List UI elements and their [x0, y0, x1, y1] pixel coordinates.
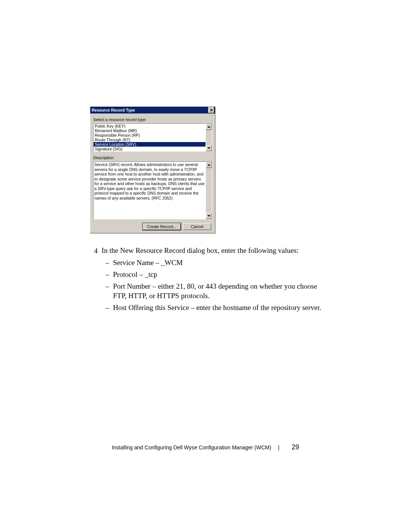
page-footer: Installing and Configuring Dell Wyse Con…	[0, 443, 411, 451]
list-item[interactable]: Service Location (SRV)	[94, 142, 206, 147]
select-type-label: Select a resource record type:	[93, 117, 212, 122]
scroll-up-button[interactable]	[206, 124, 212, 130]
chevron-down-icon	[207, 147, 210, 149]
close-icon[interactable]: ✕	[208, 107, 214, 113]
chevron-down-icon	[207, 215, 210, 217]
description-scrollbar[interactable]	[206, 161, 212, 219]
record-type-list[interactable]: Public Key (KEY)Renamed Mailbox (MR)Resp…	[93, 123, 206, 152]
list-item: –Service Name – _WCM	[102, 258, 322, 267]
create-record-button[interactable]: Create Record...	[143, 223, 181, 230]
list-item: –Host Offering this Service – enter the …	[102, 303, 322, 312]
scroll-down-button[interactable]	[206, 213, 212, 219]
page-number: 29	[292, 443, 299, 451]
document-body: 4 In the New Resource Record dialog box,…	[90, 246, 322, 312]
bullet-dash: –	[102, 303, 113, 312]
chevron-up-icon	[207, 126, 210, 128]
dialog-title: Resource Record Type	[92, 108, 135, 112]
bullet-text: Protocol – _tcp	[113, 270, 322, 279]
chevron-up-icon	[207, 164, 210, 166]
bullet-dash: –	[102, 281, 113, 300]
bullet-dash: –	[102, 270, 113, 279]
list-scrollbar[interactable]	[206, 123, 212, 152]
step-number: 4	[90, 246, 102, 256]
list-item[interactable]: Public Key (KEY)	[94, 124, 206, 128]
list-item[interactable]: Responsible Person (RP)	[94, 133, 206, 137]
cancel-button[interactable]: Cancel	[183, 223, 211, 230]
bullet-text: Service Name – _WCM	[113, 258, 322, 267]
list-item[interactable]: Renamed Mailbox (MR)	[94, 128, 206, 133]
scroll-down-button[interactable]	[206, 145, 212, 151]
dialog-titlebar: Resource Record Type ✕	[90, 107, 215, 113]
bullet-text: Host Offering this Service – enter the h…	[113, 303, 322, 312]
list-item[interactable]: Route Through (RT)	[94, 137, 206, 142]
scroll-up-button[interactable]	[206, 162, 212, 168]
bullet-dash: –	[102, 258, 113, 267]
footer-text: Installing and Configuring Dell Wyse Con…	[112, 444, 271, 451]
description-label: Description:	[93, 155, 212, 160]
list-item: –Protocol – _tcp	[102, 270, 322, 279]
bullet-text: Port Number – either 21, 80, or 443 depe…	[113, 281, 322, 300]
resource-record-type-dialog: Resource Record Type ✕ Select a resource…	[90, 107, 215, 233]
description-text: Service (SRV) record. Allows administrat…	[93, 161, 206, 219]
list-item: –Port Number – either 21, 80, or 443 dep…	[102, 281, 322, 300]
footer-separator: |	[278, 444, 280, 451]
step-text: In the New Resource Record dialog box, e…	[102, 246, 299, 256]
list-item[interactable]: Signature (SIG)	[94, 147, 206, 151]
